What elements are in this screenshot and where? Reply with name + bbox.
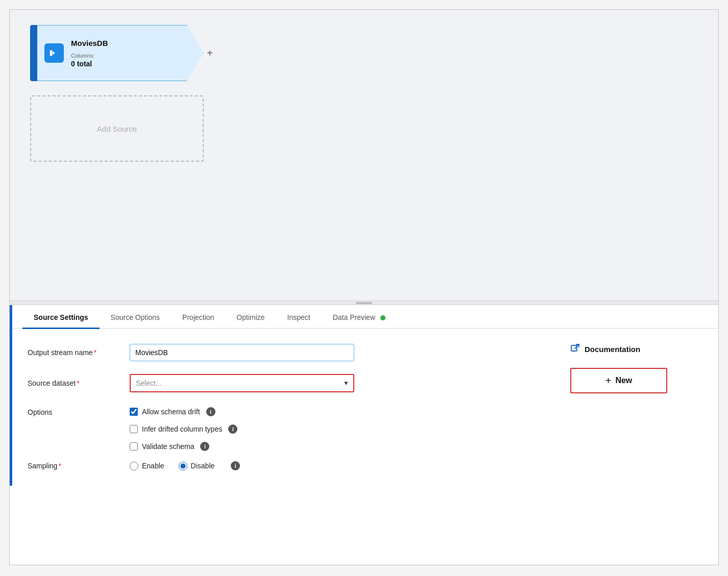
output-stream-name-input[interactable] bbox=[130, 344, 354, 361]
resize-handle bbox=[356, 302, 372, 304]
tab-optimize[interactable]: Optimize bbox=[225, 306, 276, 329]
node-columns-label: Columns: bbox=[71, 53, 108, 59]
sampling-disable-row: Disable bbox=[179, 462, 215, 470]
infer-drifted-info-icon[interactable]: i bbox=[228, 424, 237, 434]
required-star-dataset: * bbox=[77, 379, 79, 387]
data-flow-icon bbox=[48, 47, 60, 59]
tab-source-settings[interactable]: Source Settings bbox=[22, 306, 100, 329]
node-info: MoviesDB Columns: 0 total bbox=[71, 39, 108, 68]
node-title: MoviesDB bbox=[71, 39, 108, 47]
svg-rect-0 bbox=[50, 51, 53, 56]
allow-schema-drift-label: Allow schema drift bbox=[142, 408, 200, 416]
new-button-plus-icon: + bbox=[605, 375, 612, 387]
sampling-radio-group: Enable Disable i bbox=[130, 461, 240, 470]
source-dataset-select[interactable]: Select... bbox=[130, 374, 354, 392]
settings-right: Documentation + New bbox=[570, 343, 703, 470]
svg-rect-1 bbox=[571, 345, 577, 351]
node-plus-button[interactable]: + bbox=[207, 47, 213, 59]
allow-schema-drift-row: Allow schema drift i bbox=[130, 407, 237, 416]
tab-data-preview[interactable]: Data Preview bbox=[322, 306, 397, 329]
tab-projection[interactable]: Projection bbox=[171, 306, 225, 329]
allow-schema-drift-checkbox[interactable] bbox=[130, 408, 138, 416]
resize-bar[interactable] bbox=[10, 300, 718, 305]
tabs-row: Source Settings Source Options Projectio… bbox=[12, 305, 718, 329]
validate-schema-info-icon[interactable]: i bbox=[200, 442, 209, 451]
infer-drifted-label: Infer drifted column types bbox=[142, 425, 222, 433]
allow-schema-drift-info-icon[interactable]: i bbox=[206, 407, 215, 416]
add-source-box[interactable]: Add Source bbox=[30, 95, 204, 162]
tab-inspect[interactable]: Inspect bbox=[276, 306, 322, 329]
canvas-area: MoviesDB Columns: 0 total + Add Source bbox=[10, 10, 718, 300]
validate-schema-row: Validate schema i bbox=[130, 442, 237, 451]
source-dataset-select-wrapper: Select... ▼ bbox=[130, 374, 354, 392]
new-button-label: New bbox=[615, 376, 632, 385]
settings-content: Output stream name* Source dataset* bbox=[12, 329, 718, 486]
sampling-info-icon[interactable]: i bbox=[231, 461, 240, 470]
main-container: MoviesDB Columns: 0 total + Add Source S… bbox=[9, 9, 719, 565]
output-stream-name-label: Output stream name* bbox=[28, 348, 130, 357]
settings-left: Output stream name* Source dataset* bbox=[28, 343, 540, 470]
required-star-output: * bbox=[94, 348, 96, 357]
infer-drifted-row: Infer drifted column types i bbox=[130, 424, 237, 434]
sampling-enable-label: Enable bbox=[142, 462, 164, 470]
options-label: Options bbox=[28, 404, 130, 416]
node-body: MoviesDB Columns: 0 total bbox=[37, 25, 204, 81]
options-checks: Allow schema drift i Infer drifted colum… bbox=[130, 404, 237, 451]
validate-schema-checkbox[interactable] bbox=[130, 442, 138, 450]
bottom-panel: Source Settings Source Options Projectio… bbox=[10, 305, 718, 565]
moviesdb-node[interactable]: MoviesDB Columns: 0 total + bbox=[30, 25, 204, 81]
sampling-disable-label: Disable bbox=[191, 462, 215, 470]
external-link-icon bbox=[570, 343, 580, 356]
infer-drifted-checkbox[interactable] bbox=[130, 425, 138, 433]
validate-schema-label: Validate schema bbox=[142, 442, 194, 450]
source-dataset-row: Source dataset* Select... ▼ bbox=[28, 373, 540, 393]
sampling-enable-radio[interactable] bbox=[130, 462, 138, 470]
sampling-disable-radio[interactable] bbox=[179, 462, 187, 470]
output-stream-name-row: Output stream name* bbox=[28, 343, 540, 362]
documentation-link[interactable]: Documentation bbox=[570, 343, 703, 356]
data-preview-dot bbox=[380, 315, 385, 320]
new-button[interactable]: + New bbox=[570, 368, 667, 393]
node-left-bar bbox=[30, 25, 37, 81]
add-source-label: Add Source bbox=[97, 124, 137, 133]
sampling-enable-row: Enable bbox=[130, 462, 164, 470]
node-icon bbox=[44, 43, 64, 63]
options-row: Options Allow schema drift i Infer drift… bbox=[28, 404, 540, 451]
source-dataset-label: Source dataset* bbox=[28, 379, 130, 387]
tab-source-options[interactable]: Source Options bbox=[100, 306, 172, 329]
sampling-label: Sampling* bbox=[28, 462, 130, 470]
required-star-sampling: * bbox=[58, 462, 61, 470]
documentation-label: Documentation bbox=[585, 345, 640, 354]
sampling-row: Sampling* Enable Disable bbox=[28, 461, 540, 470]
node-columns-value: 0 total bbox=[71, 60, 108, 68]
